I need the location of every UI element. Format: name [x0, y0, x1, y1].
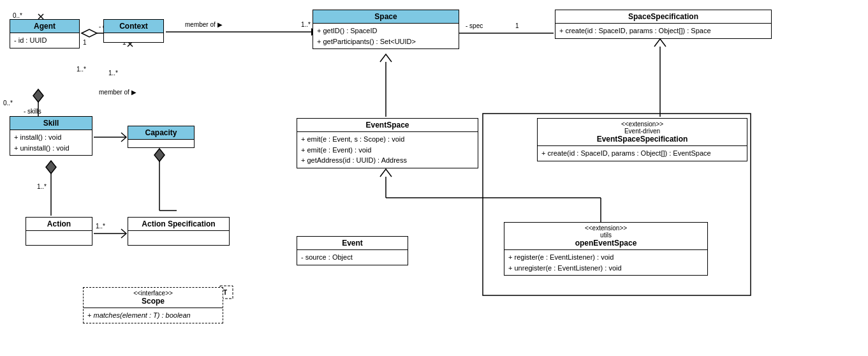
- space-header: Space: [313, 10, 459, 24]
- open-event-space-body: + register(e : EventListener) : void + u…: [504, 250, 707, 275]
- event-header: Event: [297, 237, 408, 250]
- space-body: + getID() : SpaceID + getParticipants() …: [313, 24, 459, 48]
- svg-marker-0: [82, 29, 97, 37]
- context-box: Context: [103, 19, 164, 43]
- open-event-space-box: <<extension>>utils openEventSpace + regi…: [504, 222, 708, 276]
- svg-text:1..*: 1..*: [96, 223, 105, 230]
- scope-header: <<interface>> Scope: [84, 288, 223, 308]
- agent-box: Agent - id : UUID: [10, 19, 80, 48]
- svg-text:1..*: 1..*: [301, 21, 311, 28]
- svg-text:- spec: - spec: [466, 22, 483, 29]
- space-specification-body: + create(id : SpaceID, params : Object[]…: [555, 24, 771, 38]
- space-specification-box: SpaceSpecification + create(id : SpaceID…: [555, 10, 772, 39]
- event-space-box: EventSpace + emit(e : Event, s : Scope) …: [297, 118, 478, 168]
- event-space-specification-body: + create(id : SpaceID, params : Object[]…: [538, 146, 747, 161]
- action-box: Action: [26, 217, 92, 246]
- scope-body: + matches(element : T) : boolean: [84, 308, 223, 323]
- agent-body: - id : UUID: [10, 33, 79, 48]
- event-space-specification-box: <<extension>>Event-driven EventSpaceSpec…: [537, 118, 747, 161]
- svg-marker-19: [33, 89, 43, 102]
- event-space-header: EventSpace: [297, 119, 478, 132]
- extension-stereotype: <<extension>>Event-driven: [541, 121, 743, 135]
- skill-body: + install() : void + uninstall() : void: [10, 130, 92, 155]
- interface-stereotype: <<interface>>: [87, 290, 219, 297]
- open-event-space-header: <<extension>>utils openEventSpace: [504, 223, 707, 250]
- space-specification-header: SpaceSpecification: [555, 10, 771, 24]
- svg-text:1..*: 1..*: [108, 70, 118, 77]
- svg-text:0..*: 0..*: [13, 12, 22, 19]
- capacity-body: [128, 140, 194, 147]
- capacity-box: Capacity: [128, 126, 195, 148]
- utils-stereotype: <<extension>>utils: [508, 225, 703, 239]
- event-space-specification-header: <<extension>>Event-driven EventSpaceSpec…: [538, 119, 747, 146]
- action-specification-body: [128, 231, 229, 245]
- space-box: Space + getID() : SpaceID + getParticipa…: [313, 10, 459, 49]
- context-body: [104, 33, 163, 42]
- action-header: Action: [26, 218, 92, 231]
- svg-marker-32: [154, 149, 165, 161]
- svg-text:member of ▶: member of ▶: [99, 89, 136, 96]
- svg-line-6: [38, 14, 43, 19]
- action-specification-box: Action Specification: [128, 217, 230, 246]
- svg-line-7: [38, 14, 43, 19]
- svg-text:- skills: - skills: [24, 108, 41, 115]
- svg-text:1: 1: [83, 39, 87, 46]
- action-specification-header: Action Specification: [128, 218, 229, 231]
- svg-text:1: 1: [515, 22, 519, 29]
- scope-box: <<interface>> Scope + matches(element : …: [83, 287, 223, 323]
- event-box: Event - source : Object: [297, 236, 408, 265]
- svg-text:1..*: 1..*: [77, 66, 86, 73]
- skill-header: Skill: [10, 117, 92, 130]
- svg-text:1..*: 1..*: [37, 183, 47, 190]
- diagram-container: - context 1 1 0..* member of ▶ 1..* memb…: [0, 0, 868, 356]
- action-body: [26, 231, 92, 245]
- svg-marker-37: [46, 161, 56, 174]
- event-space-body: + emit(e : Event, s : Scope) : void + em…: [297, 132, 478, 168]
- agent-header: Agent: [10, 20, 79, 33]
- event-body: - source : Object: [297, 250, 408, 265]
- svg-text:T: T: [223, 289, 227, 296]
- context-header: Context: [104, 20, 163, 33]
- svg-text:0..*: 0..*: [3, 100, 13, 107]
- capacity-header: Capacity: [128, 126, 194, 140]
- svg-text:member of ▶: member of ▶: [185, 21, 223, 28]
- skill-box: Skill + install() : void + uninstall() :…: [10, 116, 92, 156]
